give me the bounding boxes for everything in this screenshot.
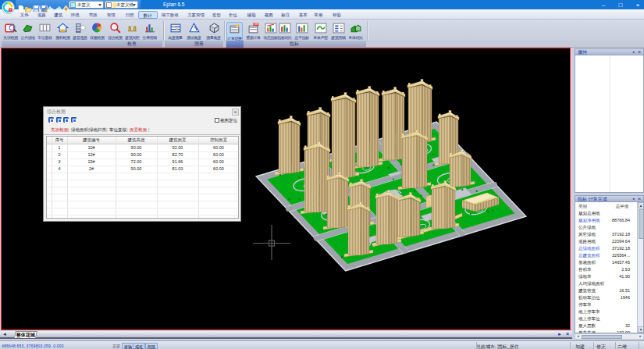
svg-text:NEW: NEW — [254, 23, 259, 26]
